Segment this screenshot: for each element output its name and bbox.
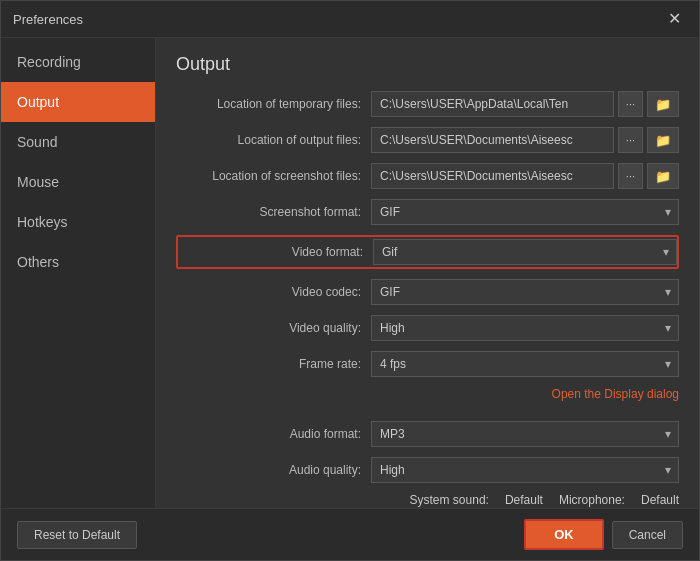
video-quality-control: High Medium Low xyxy=(371,315,679,341)
sidebar: Recording Output Sound Mouse Hotkeys Oth… xyxy=(1,38,156,508)
screenshot-files-folder-button[interactable]: 📁 xyxy=(647,163,679,189)
ok-button[interactable]: OK xyxy=(524,519,604,550)
footer-right: OK Cancel xyxy=(524,519,683,550)
open-display-dialog-link[interactable]: Open the Display dialog xyxy=(552,387,679,401)
screenshot-files-control: ··· 📁 xyxy=(371,163,679,189)
screenshot-format-select-wrap: GIF xyxy=(371,199,679,225)
audio-quality-select[interactable]: High Medium Low xyxy=(371,457,679,483)
screenshot-format-control: GIF xyxy=(371,199,679,225)
video-format-select-wrap: Gif MP4 AVI WMV xyxy=(373,239,677,265)
audio-format-control: MP3 AAC WAV xyxy=(371,421,679,447)
window-title: Preferences xyxy=(13,12,83,27)
main-content: Recording Output Sound Mouse Hotkeys Oth… xyxy=(1,38,699,508)
video-quality-select-wrap: High Medium Low xyxy=(371,315,679,341)
screenshot-files-input[interactable] xyxy=(371,163,614,189)
video-quality-row: Video quality: High Medium Low xyxy=(176,315,679,341)
audio-format-select-wrap: MP3 AAC WAV xyxy=(371,421,679,447)
output-files-row: Location of output files: ··· 📁 xyxy=(176,127,679,153)
video-format-highlighted-row: Video format: Gif MP4 AVI WMV xyxy=(176,235,679,269)
temp-files-row: Location of temporary files: ··· 📁 xyxy=(176,91,679,117)
output-section-title: Output xyxy=(176,54,679,75)
audio-format-label: Audio format: xyxy=(176,427,371,441)
temp-files-input[interactable] xyxy=(371,91,614,117)
title-bar: Preferences ✕ xyxy=(1,1,699,38)
sidebar-item-recording[interactable]: Recording xyxy=(1,42,155,82)
microphone-label: Microphone: xyxy=(559,493,625,507)
audio-format-select[interactable]: MP3 AAC WAV xyxy=(371,421,679,447)
video-codec-control: GIF xyxy=(371,279,679,305)
audio-quality-row: Audio quality: High Medium Low xyxy=(176,457,679,483)
screenshot-files-row: Location of screenshot files: ··· 📁 xyxy=(176,163,679,189)
output-files-dots-button[interactable]: ··· xyxy=(618,127,643,153)
system-sound-value: Default xyxy=(505,493,543,507)
display-dialog-row: Open the Display dialog xyxy=(176,387,679,401)
footer: Reset to Default OK Cancel xyxy=(1,508,699,560)
reset-to-default-button[interactable]: Reset to Default xyxy=(17,521,137,549)
system-sound-info-row: System sound: Default Microphone: Defaul… xyxy=(176,493,679,507)
sidebar-item-mouse[interactable]: Mouse xyxy=(1,162,155,202)
video-format-row: Video format: Gif MP4 AVI WMV xyxy=(178,239,677,265)
temp-files-dots-button[interactable]: ··· xyxy=(618,91,643,117)
system-sound-label: System sound: xyxy=(410,493,489,507)
cancel-button[interactable]: Cancel xyxy=(612,521,683,549)
close-button[interactable]: ✕ xyxy=(662,9,687,29)
temp-files-label: Location of temporary files: xyxy=(176,97,371,111)
sidebar-item-others[interactable]: Others xyxy=(1,242,155,282)
sidebar-item-hotkeys[interactable]: Hotkeys xyxy=(1,202,155,242)
screenshot-files-label: Location of screenshot files: xyxy=(176,169,371,183)
video-codec-label: Video codec: xyxy=(176,285,371,299)
frame-rate-label: Frame rate: xyxy=(176,357,371,371)
screenshot-format-label: Screenshot format: xyxy=(176,205,371,219)
video-format-label: Video format: xyxy=(178,245,373,259)
temp-files-control: ··· 📁 xyxy=(371,91,679,117)
output-files-label: Location of output files: xyxy=(176,133,371,147)
frame-rate-select-wrap: 4 fps 8 fps 15 fps 30 fps xyxy=(371,351,679,377)
screenshot-format-select[interactable]: GIF xyxy=(371,199,679,225)
sidebar-item-sound[interactable]: Sound xyxy=(1,122,155,162)
output-files-input[interactable] xyxy=(371,127,614,153)
video-quality-select[interactable]: High Medium Low xyxy=(371,315,679,341)
audio-quality-label: Audio quality: xyxy=(176,463,371,477)
frame-rate-select[interactable]: 4 fps 8 fps 15 fps 30 fps xyxy=(371,351,679,377)
preferences-window: Preferences ✕ Recording Output Sound Mou… xyxy=(0,0,700,561)
screenshot-format-row: Screenshot format: GIF xyxy=(176,199,679,225)
video-quality-label: Video quality: xyxy=(176,321,371,335)
video-format-select[interactable]: Gif MP4 AVI WMV xyxy=(373,239,677,265)
audio-format-row: Audio format: MP3 AAC WAV xyxy=(176,421,679,447)
video-codec-select[interactable]: GIF xyxy=(371,279,679,305)
output-files-control: ··· 📁 xyxy=(371,127,679,153)
audio-quality-select-wrap: High Medium Low xyxy=(371,457,679,483)
sidebar-item-output[interactable]: Output xyxy=(1,82,155,122)
output-files-folder-button[interactable]: 📁 xyxy=(647,127,679,153)
video-codec-select-wrap: GIF xyxy=(371,279,679,305)
video-format-control: Gif MP4 AVI WMV xyxy=(373,239,677,265)
frame-rate-control: 4 fps 8 fps 15 fps 30 fps xyxy=(371,351,679,377)
screenshot-files-dots-button[interactable]: ··· xyxy=(618,163,643,189)
video-codec-row: Video codec: GIF xyxy=(176,279,679,305)
microphone-value: Default xyxy=(641,493,679,507)
temp-files-folder-button[interactable]: 📁 xyxy=(647,91,679,117)
audio-quality-control: High Medium Low xyxy=(371,457,679,483)
frame-rate-row: Frame rate: 4 fps 8 fps 15 fps 30 fps xyxy=(176,351,679,377)
content-area: Output Location of temporary files: ··· … xyxy=(156,38,699,508)
